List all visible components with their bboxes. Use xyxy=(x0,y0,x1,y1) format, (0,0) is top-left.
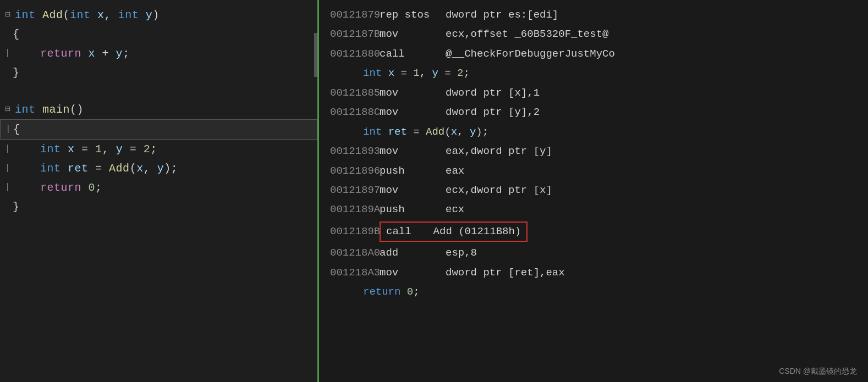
code-line-add-close: } xyxy=(0,63,317,82)
source-line-return: return 0; xyxy=(319,283,868,302)
asm-operand: esp,8 xyxy=(446,245,477,261)
asm-row-00121879: 00121879 rep stos dword ptr es:[edi] xyxy=(319,5,868,25)
asm-row-0012187B: 0012187B mov ecx,offset _60B5320F_test@ xyxy=(319,25,868,44)
highlighted-call-box: call Add (01211B8h) xyxy=(380,222,528,242)
code-line-main-close: } xyxy=(0,197,317,217)
code-line-main-sig: ⊟ int main() xyxy=(0,100,317,119)
asm-addr: 00121893 xyxy=(330,143,380,159)
asm-addr: 001218A3 xyxy=(330,265,380,281)
asm-mnemonic: call xyxy=(380,46,446,62)
asm-mnemonic: rep stos xyxy=(380,7,446,23)
asm-operand: ecx,dword ptr [x] xyxy=(446,182,552,198)
asm-mnemonic: mov xyxy=(380,143,446,159)
asm-addr: 0012188C xyxy=(330,104,380,120)
asm-row-0012189A: 0012189A push ecx xyxy=(319,200,868,219)
asm-row-001218A0: 001218A0 add esp,8 xyxy=(319,243,868,263)
asm-mnemonic: mov xyxy=(380,26,446,42)
asm-mnemonic: mov xyxy=(380,182,446,198)
asm-mnemonic: mov xyxy=(380,265,446,281)
source-line-ret: int ret = Add(x, y); xyxy=(319,123,868,142)
asm-addr: 00121880 xyxy=(330,46,380,62)
asm-row-00121880: 00121880 call @__CheckForDebuggerJustMyC… xyxy=(319,45,868,64)
asm-mnemonic: add xyxy=(380,245,446,261)
asm-operand: eax,dword ptr [y] xyxy=(446,143,552,159)
asm-row-00121885: 00121885 mov dword ptr [x],1 xyxy=(319,84,868,103)
code-line-int-ret: | int ret = Add(x, y); xyxy=(0,159,317,178)
scrollbar-thumb[interactable] xyxy=(314,33,317,77)
asm-operand: dword ptr [ret],eax xyxy=(446,265,565,281)
asm-operand: ecx,offset _60B5320F_test@ xyxy=(446,26,608,42)
right-asm-panel: 00121879 rep stos dword ptr es:[edi] 001… xyxy=(319,0,868,382)
code-line-return-0: | return 0; xyxy=(0,178,317,197)
code-line-int-xy: | int x = 1, y = 2; xyxy=(0,140,317,159)
source-line-xy: int x = 1, y = 2; xyxy=(319,64,868,83)
gutter-main: ⊟ xyxy=(3,103,13,117)
asm-operand: dword ptr [y],2 xyxy=(446,104,540,120)
asm-row-0012188C: 0012188C mov dword ptr [y],2 xyxy=(319,103,868,122)
asm-row-00121897: 00121897 mov ecx,dword ptr [x] xyxy=(319,181,868,200)
asm-addr: 00121879 xyxy=(330,7,380,23)
asm-row-00121896: 00121896 push eax xyxy=(319,162,868,181)
asm-addr: 001218A0 xyxy=(330,245,380,261)
left-code-panel: ⊟ int Add(int x, int y) { | return x + y… xyxy=(0,0,319,382)
asm-addr: 00121896 xyxy=(330,163,380,179)
code-line-main-open: | { xyxy=(0,119,317,140)
asm-mnemonic: mov xyxy=(380,85,446,101)
watermark: CSDN @戴墨镜的恐龙 xyxy=(779,367,857,377)
asm-operand: ecx xyxy=(446,202,464,218)
code-line-return-xy: | return x + y; xyxy=(0,44,317,63)
code-line-add-sig: ⊟ int Add(int x, int y) xyxy=(0,5,317,25)
asm-row-0012189B: 0012189B call Add (01211B8h) xyxy=(319,220,868,243)
asm-mnemonic: push xyxy=(380,202,446,218)
gutter-add: ⊟ xyxy=(3,8,13,22)
asm-row-001218A3: 001218A3 mov dword ptr [ret],eax xyxy=(319,263,868,283)
asm-operand: @__CheckForDebuggerJustMyCo xyxy=(446,46,615,62)
asm-operand: dword ptr [x],1 xyxy=(446,85,540,101)
asm-mnemonic: push xyxy=(380,163,446,179)
asm-row-00121893: 00121893 mov eax,dword ptr [y] xyxy=(319,142,868,161)
asm-operand: dword ptr es:[edi] xyxy=(446,7,558,23)
asm-mnemonic: mov xyxy=(380,104,446,120)
asm-addr: 00121885 xyxy=(330,85,380,101)
asm-addr: 0012189B xyxy=(330,224,380,240)
asm-operand: eax xyxy=(446,163,464,179)
asm-addr: 0012189A xyxy=(330,202,380,218)
asm-operand-add: Add (01211B8h) xyxy=(433,224,521,240)
code-line-add-open: { xyxy=(0,25,317,44)
asm-addr: 00121897 xyxy=(330,182,380,198)
code-line-blank1 xyxy=(0,82,317,100)
asm-mnemonic-call: call xyxy=(386,224,411,240)
asm-addr: 0012187B xyxy=(330,26,380,42)
